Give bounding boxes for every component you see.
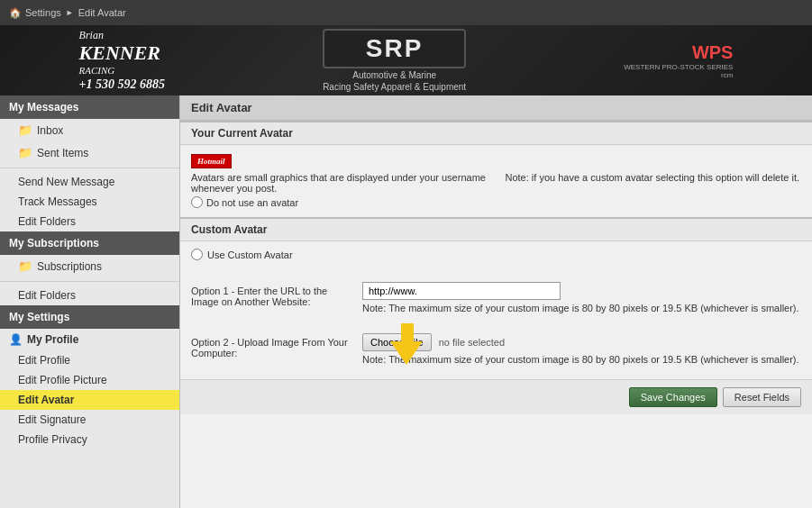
no-avatar-label-text: Do not use an avatar (206, 197, 298, 208)
my-settings-header: My Settings (0, 305, 179, 329)
use-custom-avatar-radio[interactable] (191, 249, 203, 260)
reset-fields-button[interactable]: Reset Fields (723, 387, 801, 407)
subscriptions-folder-icon: 📁 (18, 259, 32, 273)
sidebar-item-track-messages[interactable]: Track Messages (0, 192, 179, 212)
sidebar-item-inbox[interactable]: 📁 Inbox (0, 119, 179, 141)
option1-label: Option 1 - Enter the URL to the Image on… (191, 282, 353, 307)
subscriptions-divider (0, 281, 179, 282)
breadcrumb-separator: ► (66, 8, 74, 17)
current-avatar-section-header: Your Current Avatar (180, 121, 812, 145)
sidebar-item-send-message[interactable]: Send New Message (0, 172, 179, 192)
sent-label: Sent Items (37, 147, 88, 159)
action-row: Save Changes Reset Fields (180, 379, 812, 414)
srp-line1: Automotive & Marine (323, 70, 466, 80)
option1-row: Option 1 - Enter the URL to the Image on… (180, 277, 812, 319)
url-note: Note: The maximum size of your custom im… (362, 303, 801, 313)
no-avatar-note: Note: if you have a custom avatar select… (506, 172, 800, 183)
srp-line2: Racing Safety Apparel & Equipment (323, 82, 466, 92)
sidebar-item-edit-profile[interactable]: Edit Profile (0, 350, 179, 370)
avatar-desc-text: Avatars are small graphics that are disp… (191, 172, 488, 194)
wps-logo: WPS (624, 42, 733, 63)
option2-input-area: Choose File no file selected Note: The m… (362, 333, 801, 365)
option1-input-area: Note: The maximum size of your custom im… (362, 282, 801, 313)
profile-icon: 👤 (9, 333, 23, 346)
sidebar-item-edit-profile-picture[interactable]: Edit Profile Picture (0, 370, 179, 390)
main-layout: My Messages 📁 Inbox 📁 Sent Items Send Ne… (0, 95, 812, 508)
sent-folder-icon: 📁 (18, 146, 32, 159)
use-custom-label-text: Use Custom Avatar (207, 249, 293, 260)
subscriptions-label: Subscriptions (37, 260, 102, 273)
save-changes-button[interactable]: Save Changes (629, 387, 717, 407)
option2-wrapper: Option 2 - Upload Image From Your Comput… (180, 328, 812, 370)
srp-logo: SRP (323, 29, 466, 68)
use-custom-avatar-label[interactable]: Use Custom Avatar (191, 249, 801, 260)
kenner-sub: RACING (79, 65, 165, 77)
custom-avatar-section-header: Custom Avatar (180, 217, 812, 241)
kenner-branding: Brian KENNER RACING +1 530 592 6885 (79, 29, 165, 93)
inbox-folder-icon: 📁 (18, 123, 32, 137)
sidebar-item-edit-folders-messages[interactable]: Edit Folders (0, 212, 179, 231)
custom-avatar-body: Use Custom Avatar (180, 241, 812, 277)
srp-branding: SRP Automotive & Marine Racing Safety Ap… (323, 29, 466, 92)
current-avatar-body: Hotmail Avatars are small graphics that … (180, 145, 812, 217)
no-file-text: no file selected (439, 337, 505, 348)
file-upload-area: Choose File no file selected (362, 333, 801, 351)
avatar-desc-right: Note: if you have a custom avatar select… (506, 172, 802, 183)
sidebar-item-my-profile[interactable]: 👤 My Profile (0, 329, 179, 350)
wps-branding: WPS WESTERN PRO-STOCK SERIES rcm (624, 42, 733, 79)
avatar-desc-row: Avatars are small graphics that are disp… (191, 172, 801, 208)
sidebar-item-edit-signature[interactable]: Edit Signature (0, 410, 179, 430)
content-area: Edit Avatar Your Current Avatar Hotmail … (180, 95, 812, 508)
no-avatar-radio-label[interactable]: Do not use an avatar (191, 196, 488, 208)
url-input[interactable] (362, 282, 561, 300)
wps-sub: rcm (624, 71, 733, 79)
sidebar-item-profile-privacy[interactable]: Profile Privacy (0, 430, 179, 449)
banner: Brian KENNER RACING +1 530 592 6885 SRP … (0, 25, 812, 95)
my-subscriptions-header: My Subscriptions (0, 231, 179, 255)
sidebar-item-sent[interactable]: 📁 Sent Items (0, 141, 179, 164)
sidebar: My Messages 📁 Inbox 📁 Sent Items Send Ne… (0, 95, 180, 508)
top-bar: 🏠 Settings ► Edit Avatar (0, 0, 812, 25)
wps-line1: WESTERN PRO-STOCK SERIES (624, 63, 733, 71)
no-avatar-radio[interactable] (191, 196, 203, 208)
sidebar-item-edit-folders-subs[interactable]: Edit Folders (0, 286, 179, 305)
choose-file-button[interactable]: Choose File (362, 333, 432, 351)
messages-divider (0, 168, 179, 168)
kenner-brand: KENNER (79, 41, 165, 65)
current-page-breadcrumb: Edit Avatar (78, 7, 126, 18)
sidebar-item-edit-avatar[interactable]: Edit Avatar (0, 390, 179, 410)
content-title: Edit Avatar (180, 95, 812, 121)
kenner-italic: Brian (79, 29, 165, 41)
file-note: Note: The maximum size of your custom im… (362, 354, 801, 365)
home-icon: 🏠 (9, 7, 22, 19)
sidebar-item-subscriptions[interactable]: 📁 Subscriptions (0, 255, 179, 277)
kenner-phone: +1 530 592 6885 (79, 77, 165, 93)
inbox-label: Inbox (37, 124, 63, 137)
my-messages-header: My Messages (0, 95, 179, 119)
settings-breadcrumb[interactable]: Settings (25, 7, 61, 18)
my-profile-label: My Profile (27, 333, 78, 346)
option2-row: Option 2 - Upload Image From Your Comput… (180, 328, 812, 370)
avatar-description-left: Avatars are small graphics that are disp… (191, 172, 488, 208)
option2-label: Option 2 - Upload Image From Your Comput… (191, 333, 353, 358)
avatar-image: Hotmail (191, 154, 232, 168)
